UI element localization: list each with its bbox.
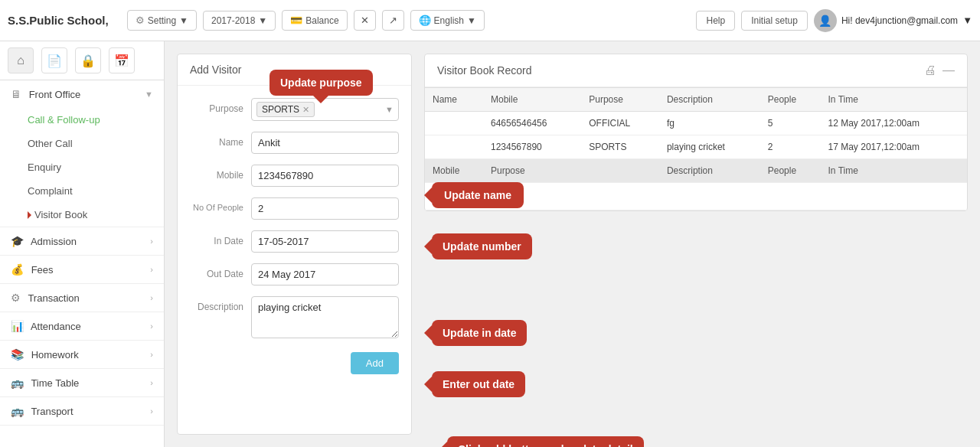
graduation-icon: 🎓 xyxy=(11,235,24,247)
purpose-label: Purpose xyxy=(190,98,251,114)
sidebar-section-attendance: 📊 Attendance › xyxy=(0,312,164,341)
sidebar-item-other-call[interactable]: Other Call xyxy=(0,132,164,155)
cell-in-time: 17 May 2017,12:00am xyxy=(821,135,967,159)
front-office-subitems: Call & Follow-up Other Call Enquiry Comp… xyxy=(0,108,164,227)
tooltip-update-in-date: Update in date xyxy=(432,320,527,346)
sidebar-section-header-front-office[interactable]: 🖥 Front Office ▼ xyxy=(0,80,164,108)
setting-button[interactable]: ⚙ Setting ▼ xyxy=(127,10,197,31)
purpose-tag-remove[interactable]: ✕ xyxy=(302,105,309,115)
sidebar-section-header-transport[interactable]: 🚌 Transport › xyxy=(0,397,164,425)
out-date-input[interactable] xyxy=(251,263,399,285)
homework-label: Homework xyxy=(31,349,79,361)
sidebar-item-complaint[interactable]: Complaint xyxy=(0,179,164,203)
help-button[interactable]: Help xyxy=(696,11,735,31)
sidebar-section-transport: 🚌 Transport › xyxy=(0,397,164,426)
front-office-chevron-icon: ▼ xyxy=(145,90,153,99)
add-button[interactable]: Add xyxy=(351,352,399,374)
sidebar-icon-home[interactable]: ⌂ xyxy=(8,47,34,73)
cell-name xyxy=(425,135,483,159)
people-input[interactable] xyxy=(251,197,399,220)
visitor-book-title: Visitor Book Record xyxy=(437,64,531,77)
tooltip-click-add: Click add button and update detail xyxy=(447,436,644,447)
user-menu[interactable]: 👤 Hi! dev4junction@gmail.com ▼ xyxy=(814,9,972,32)
mobile-row: Mobile xyxy=(190,165,399,187)
name-label: Name xyxy=(190,132,251,148)
sidebar: ⌂ 📄 🔒 📅 🖥 Front Office ▼ Call & Follow-u… xyxy=(0,41,165,447)
balance-button[interactable]: 💳 Balance xyxy=(282,10,347,31)
col-mobile: Mobile xyxy=(483,88,581,112)
sidebar-section-timetable: 🚌 Time Table › xyxy=(0,369,164,397)
sidebar-icon-doc[interactable]: 📄 xyxy=(41,47,67,73)
fullscreen-button[interactable]: ✕ xyxy=(354,10,376,31)
cell-purpose: OFFICIAL xyxy=(581,112,659,135)
purpose-dropdown-icon[interactable]: ▼ xyxy=(385,105,394,114)
second-col-purpose: Purpose xyxy=(483,159,659,183)
visitor-book-header: Visitor Book Record 🖨 — xyxy=(425,54,967,87)
expand-button[interactable]: ↗ xyxy=(382,10,404,31)
purpose-select[interactable]: SPORTS ✕ ▼ xyxy=(251,98,399,121)
description-input[interactable] xyxy=(251,296,399,338)
visitor-book-actions: 🖨 — xyxy=(924,64,955,77)
sidebar-item-call-follow-up[interactable]: Call & Follow-up xyxy=(0,108,164,132)
sidebar-icon-bar: ⌂ 📄 🔒 📅 xyxy=(0,41,164,80)
front-office-label: Front Office xyxy=(29,89,81,100)
col-name: Name xyxy=(425,88,483,112)
user-chevron-icon: ▼ xyxy=(962,15,972,26)
name-input[interactable] xyxy=(251,132,399,154)
cell-name xyxy=(425,112,483,135)
col-description: Description xyxy=(659,88,760,112)
sidebar-section-header-timetable[interactable]: 🚌 Time Table › xyxy=(0,369,164,396)
collapse-icon[interactable]: — xyxy=(942,64,955,77)
sidebar-section-admission: 🎓 Admission › xyxy=(0,227,164,256)
english-chevron-icon: ▼ xyxy=(467,15,476,26)
transaction-label: Transaction xyxy=(28,292,79,304)
attendance-label: Attendance xyxy=(31,321,81,332)
visitor-book-arrow-icon xyxy=(28,211,31,219)
print-icon[interactable]: 🖨 xyxy=(924,64,936,77)
description-label: Description xyxy=(190,296,251,312)
in-date-input[interactable] xyxy=(251,230,399,253)
transport-chevron-icon: › xyxy=(150,406,153,416)
brand: S.S.Public School, xyxy=(8,14,109,27)
year-button[interactable]: 2017-2018 ▼ xyxy=(203,11,276,31)
timetable-chevron-icon: › xyxy=(150,378,153,387)
second-col-people: People xyxy=(760,159,821,183)
add-visitor-title: Add Visitor xyxy=(178,54,411,86)
setting-chevron-icon: ▼ xyxy=(179,15,188,26)
second-col-mobile: Mobile xyxy=(425,159,483,183)
add-btn-row: Add xyxy=(190,349,399,374)
cell-purpose: SPORTS xyxy=(581,135,659,159)
tooltip-enter-out-date: Enter out date xyxy=(432,371,525,397)
timetable-label: Time Table xyxy=(31,377,79,389)
transport-icon: 🚌 xyxy=(11,405,24,417)
sidebar-section-homework: 📚 Homework › xyxy=(0,341,164,369)
sidebar-item-enquiry[interactable]: Enquiry xyxy=(0,155,164,179)
sidebar-section-header-fees[interactable]: 💰 Fees › xyxy=(0,256,164,283)
avatar: 👤 xyxy=(814,9,837,32)
mobile-input[interactable] xyxy=(251,165,399,187)
layout: ⌂ 📄 🔒 📅 🖥 Front Office ▼ Call & Follow-u… xyxy=(0,41,980,447)
tooltip-update-number: Update number xyxy=(432,233,532,259)
col-in-time: In Time xyxy=(821,88,967,112)
table-row: 1234567890 SPORTS playing cricket 2 17 M… xyxy=(425,135,967,159)
sidebar-section-header-homework[interactable]: 📚 Homework › xyxy=(0,341,164,368)
in-date-label: In Date xyxy=(190,230,251,246)
english-button[interactable]: 🌐 English ▼ xyxy=(410,10,485,31)
sidebar-section-header-transaction[interactable]: ⚙ Transaction › xyxy=(0,284,164,312)
visitor-book-panel: Visitor Book Record 🖨 — Name Mobile Purp… xyxy=(424,54,968,211)
col-purpose: Purpose xyxy=(581,88,659,112)
initial-setup-button[interactable]: Initial setup xyxy=(741,11,808,31)
sidebar-icon-calendar[interactable]: 📅 xyxy=(109,47,135,73)
sidebar-section-header-admission[interactable]: 🎓 Admission › xyxy=(0,227,164,255)
empty-row-cell xyxy=(425,183,967,210)
sidebar-section-fees: 💰 Fees › xyxy=(0,256,164,284)
sidebar-item-visitor-book[interactable]: Visitor Book xyxy=(0,203,164,227)
out-date-label: Out Date xyxy=(190,263,251,279)
cell-mobile: 64656546456 xyxy=(483,112,581,135)
sidebar-icon-lock[interactable]: 🔒 xyxy=(75,47,101,73)
table-row-empty xyxy=(425,183,967,210)
cell-description: playing cricket xyxy=(659,135,760,159)
attendance-chevron-icon: › xyxy=(150,321,153,331)
add-visitor-body: Purpose SPORTS ✕ ▼ Name M xyxy=(178,86,411,387)
sidebar-section-header-attendance[interactable]: 📊 Attendance › xyxy=(0,312,164,340)
